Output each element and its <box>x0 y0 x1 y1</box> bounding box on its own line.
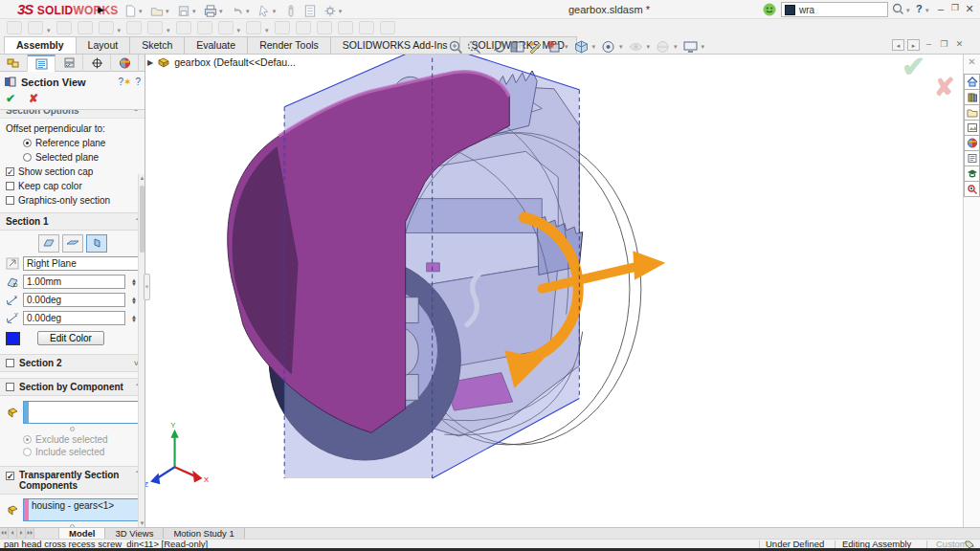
print-icon[interactable] <box>203 4 218 18</box>
show-section-cap-checkbox[interactable]: ✓Show section cap <box>0 165 145 179</box>
whats-new-help-icon[interactable]: ?✶ <box>118 77 131 87</box>
view-settings-icon[interactable] <box>682 39 699 55</box>
ok-button[interactable]: ✔ <box>6 92 15 105</box>
tab-assembly[interactable]: Assembly <box>4 36 77 54</box>
y-rotation-input[interactable]: 0.00deg <box>23 311 125 325</box>
appearances-scenes-icon[interactable] <box>964 135 980 151</box>
selected-plane-radio[interactable]: Selected plane <box>0 150 145 165</box>
confirmation-corner-cancel[interactable]: ✘ <box>934 73 955 102</box>
component-selection-box[interactable] <box>23 401 139 424</box>
graphics-only-section-checkbox[interactable]: Graphics-only section <box>0 193 145 208</box>
task-pane-close-icon[interactable]: ✕ <box>964 56 980 67</box>
x-rotation-input[interactable]: 0.00deg <box>23 293 125 307</box>
tab-model[interactable]: Model <box>59 528 105 539</box>
tab-displaymanager[interactable] <box>111 55 139 72</box>
cancel-button[interactable]: ✘ <box>29 92 38 105</box>
tab-evaluate[interactable]: Evaluate <box>184 36 248 54</box>
hide-show-items-icon[interactable] <box>628 39 644 55</box>
tab-3d-views[interactable]: 3D Views <box>105 528 164 539</box>
transparently-section-header[interactable]: ✓Transparently SectionComponentsˆ <box>0 466 145 495</box>
explode-line-sketch-icon <box>275 21 290 34</box>
search-commands-box[interactable]: wra <box>781 2 888 17</box>
section1-group-header[interactable]: Section 1ˆ <box>0 212 145 231</box>
tab-solidworks-add-ins[interactable]: SOLIDWORKS Add-Ins <box>330 36 460 54</box>
plane-reference-field[interactable]: Right Plane <box>23 256 139 271</box>
edit-color-button[interactable]: Edit Color <box>37 331 104 345</box>
search-icon[interactable] <box>892 3 904 15</box>
first-tab-button[interactable]: ⏴⏴ <box>0 528 9 539</box>
apply-scene-icon[interactable] <box>655 39 671 55</box>
view-palette-icon[interactable] <box>964 120 980 136</box>
edit-appearance-icon[interactable] <box>546 39 562 55</box>
home-icon[interactable] <box>964 74 980 90</box>
graphics-area[interactable]: Y X Z <box>145 55 963 527</box>
right-plane-button[interactable] <box>86 234 107 253</box>
tab-sketch[interactable]: Sketch <box>129 36 185 54</box>
offset-distance-input[interactable]: 1.00mm <box>23 275 125 289</box>
rebuild-icon[interactable] <box>283 4 299 18</box>
prev-tab-button[interactable]: ⏴ <box>9 528 17 539</box>
tab-dimxpertmanager[interactable] <box>83 55 111 72</box>
dynamic-annotation-views-icon[interactable] <box>527 39 544 55</box>
doc-close-button[interactable]: ✕ <box>953 39 966 51</box>
transparent-selection-box[interactable]: housing - gears<1> <box>23 498 139 521</box>
panel-scrollbar[interactable]: ▲ ▼ <box>138 174 145 527</box>
scrollbar-thumb[interactable] <box>140 186 145 253</box>
tab-layout[interactable]: Layout <box>76 36 131 54</box>
search-input[interactable]: wra <box>799 5 814 15</box>
tab-motion-study-1[interactable]: Motion Study 1 <box>164 528 244 539</box>
solidworks-id-smiley-icon[interactable] <box>763 3 776 16</box>
solidworks-forum-icon[interactable] <box>964 165 980 182</box>
select-icon[interactable] <box>256 4 272 18</box>
flyout-featuremanager[interactable]: ▶ gearbox (Default<<Defau... <box>147 56 296 68</box>
zoom-to-fit-icon[interactable] <box>448 39 464 55</box>
section2-group-header[interactable]: Section 2˅ <box>0 354 145 372</box>
undo-icon[interactable] <box>230 4 245 18</box>
reference-plane-radio[interactable]: Reference plane <box>0 136 145 150</box>
top-plane-button[interactable] <box>62 234 83 253</box>
zoom-to-area-icon[interactable] <box>466 39 482 55</box>
minimize-button[interactable]: – <box>934 3 947 14</box>
previous-view-icon[interactable] <box>491 39 507 55</box>
section-options-header[interactable]: Section Optionsˆ <box>0 110 145 119</box>
transparent-selection-row: housing - gears<1> <box>0 495 145 523</box>
last-tab-button[interactable]: ⏵⏵ <box>26 528 34 539</box>
save-icon[interactable] <box>176 4 191 18</box>
open-icon[interactable] <box>149 4 165 18</box>
front-plane-button[interactable] <box>38 234 59 253</box>
confirmation-corner-ok[interactable]: ✔ <box>902 50 925 83</box>
solidworks-resources-icon[interactable] <box>964 181 980 197</box>
tab-configurationmanager[interactable] <box>56 55 83 72</box>
display-style-icon[interactable] <box>600 39 616 55</box>
custom-properties-icon[interactable] <box>964 150 980 166</box>
file-explorer-icon[interactable] <box>964 104 980 121</box>
menu-flyout-arrow[interactable]: ▶ <box>98 5 104 14</box>
selection-box-grip[interactable] <box>70 427 75 431</box>
section-view-icon[interactable] <box>509 39 525 55</box>
tab-render-tools[interactable]: Render Tools <box>247 36 331 54</box>
manager-pane-tabs <box>0 55 145 72</box>
section-by-component-header[interactable]: Section by Componentˆ <box>0 378 145 396</box>
include-selected-radio-disabled: Include selected <box>0 447 145 459</box>
tab-propertymanager[interactable] <box>28 55 56 72</box>
tab-featuremanager-tree[interactable] <box>0 55 28 72</box>
help-icon[interactable]: ? <box>135 77 141 87</box>
panel-splitter-handle[interactable] <box>144 274 150 300</box>
keep-cap-color-checkbox[interactable]: Keep cap color <box>0 179 145 193</box>
help-dropdown-arrow[interactable]: ▾ <box>925 7 929 14</box>
doc-restore-button[interactable]: ❐ <box>938 39 950 51</box>
expand-arrow-icon[interactable]: ▶ <box>147 58 153 67</box>
options-gear-icon[interactable] <box>323 4 338 18</box>
svg-text:Y: Y <box>14 312 18 318</box>
restore-button[interactable]: ❐ <box>948 3 962 12</box>
design-library-icon[interactable] <box>964 89 980 105</box>
view-orientation-icon[interactable] <box>573 39 590 55</box>
next-tab-button[interactable]: ⏵ <box>17 528 26 539</box>
search-dropdown-arrow[interactable]: ▾ <box>906 7 910 14</box>
section-color-swatch[interactable] <box>6 332 20 345</box>
file-properties-icon[interactable] <box>302 4 318 18</box>
close-button[interactable]: ✕ <box>963 3 976 15</box>
new-document-icon[interactable] <box>122 4 138 18</box>
help-button[interactable]: ? <box>916 3 923 14</box>
search-scope-icon[interactable] <box>785 5 795 15</box>
